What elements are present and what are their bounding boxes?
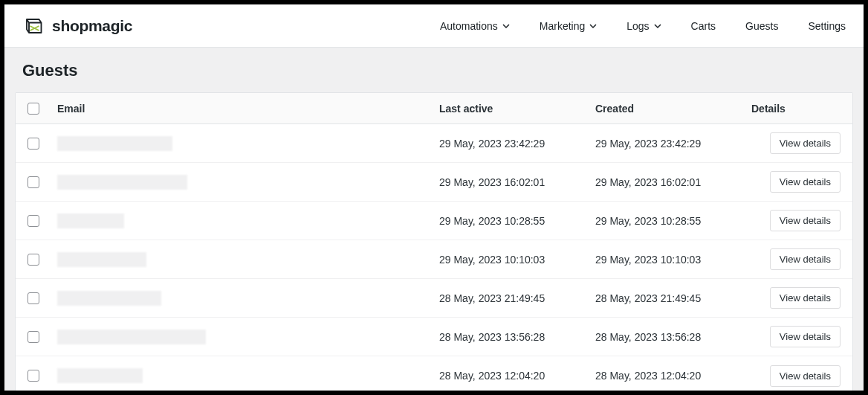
brand-logo-icon (22, 15, 45, 37)
row-checkbox[interactable] (27, 370, 39, 382)
nav-marketing[interactable]: Marketing (540, 20, 597, 32)
cell-created: 29 May, 2023 10:28:55 (595, 215, 751, 227)
nav-logs[interactable]: Logs (626, 20, 661, 32)
nav-guests[interactable]: Guests (745, 20, 778, 32)
row-checkbox[interactable] (27, 215, 39, 227)
guests-table: Email Last active Created Details 29 May… (15, 92, 853, 391)
table-row: 29 May, 2023 10:28:5529 May, 2023 10:28:… (16, 202, 852, 240)
row-checkbox[interactable] (27, 254, 39, 266)
redacted-email (57, 368, 143, 383)
cell-last-active: 29 May, 2023 23:42:29 (439, 138, 595, 150)
redacted-email (57, 175, 187, 190)
table-row: 28 May, 2023 21:49:4528 May, 2023 21:49:… (16, 279, 852, 318)
table-header-row: Email Last active Created Details (16, 93, 852, 124)
row-checkbox[interactable] (27, 138, 39, 150)
nav-label: Settings (808, 20, 846, 32)
brand: shopmagic (22, 15, 132, 37)
cell-created: 29 May, 2023 23:42:29 (595, 138, 751, 150)
cell-created: 29 May, 2023 16:02:01 (595, 176, 751, 188)
nav-label: Logs (626, 20, 649, 32)
nav-label: Carts (691, 20, 716, 32)
redacted-email (57, 291, 161, 306)
redacted-email (57, 330, 206, 344)
row-checkbox[interactable] (27, 176, 39, 188)
chevron-down-icon (654, 22, 661, 30)
cell-created: 29 May, 2023 10:10:03 (595, 254, 751, 266)
nav-label: Automations (440, 20, 498, 32)
table-row: 29 May, 2023 16:02:0129 May, 2023 16:02:… (16, 163, 852, 202)
cell-created: 28 May, 2023 12:04:20 (595, 370, 751, 382)
select-all-checkbox[interactable] (27, 103, 39, 115)
view-details-button[interactable]: View details (770, 287, 841, 309)
table-row: 29 May, 2023 23:42:2929 May, 2023 23:42:… (16, 124, 852, 163)
col-header-last-active: Last active (439, 103, 595, 115)
cell-email (57, 368, 439, 383)
cell-email (57, 252, 439, 267)
col-header-details: Details (751, 103, 841, 115)
col-header-created: Created (595, 103, 751, 115)
cell-last-active: 29 May, 2023 10:10:03 (439, 254, 595, 266)
table-row: 28 May, 2023 13:56:2828 May, 2023 13:56:… (16, 318, 852, 356)
nav-automations[interactable]: Automations (440, 20, 510, 32)
view-details-button[interactable]: View details (770, 365, 841, 387)
cell-created: 28 May, 2023 13:56:28 (595, 331, 751, 343)
redacted-email (57, 136, 172, 151)
cell-last-active: 28 May, 2023 21:49:45 (439, 292, 595, 304)
row-checkbox[interactable] (27, 292, 39, 304)
table-row: 29 May, 2023 10:10:0329 May, 2023 10:10:… (16, 240, 852, 279)
table-row: 28 May, 2023 12:04:2028 May, 2023 12:04:… (16, 356, 852, 391)
top-bar: shopmagic Automations Marketing Logs (4, 4, 864, 48)
brand-name: shopmagic (52, 17, 132, 35)
view-details-button[interactable]: View details (770, 132, 841, 154)
nav-label: Guests (745, 20, 778, 32)
cell-email (57, 213, 439, 228)
cell-last-active: 28 May, 2023 12:04:20 (439, 370, 595, 382)
cell-created: 28 May, 2023 21:49:45 (595, 292, 751, 304)
redacted-email (57, 213, 124, 228)
view-details-button[interactable]: View details (770, 326, 841, 347)
chevron-down-icon (589, 22, 597, 30)
nav-carts[interactable]: Carts (691, 20, 716, 32)
nav-settings[interactable]: Settings (808, 20, 846, 32)
main-nav: Automations Marketing Logs Carts (440, 20, 846, 32)
cell-email (57, 291, 439, 306)
redacted-email (57, 252, 146, 267)
col-header-email: Email (57, 103, 439, 115)
cell-last-active: 29 May, 2023 10:28:55 (439, 215, 595, 227)
cell-last-active: 28 May, 2023 13:56:28 (439, 331, 595, 343)
app-frame: shopmagic Automations Marketing Logs (4, 4, 864, 391)
cell-email (57, 136, 439, 151)
nav-label: Marketing (540, 20, 585, 32)
view-details-button[interactable]: View details (770, 171, 841, 193)
view-details-button[interactable]: View details (770, 210, 841, 231)
row-checkbox[interactable] (27, 331, 39, 343)
page-title: Guests (4, 48, 864, 92)
cell-email (57, 330, 439, 344)
cell-email (57, 175, 439, 190)
view-details-button[interactable]: View details (770, 248, 841, 270)
chevron-down-icon (502, 22, 510, 30)
cell-last-active: 29 May, 2023 16:02:01 (439, 176, 595, 188)
